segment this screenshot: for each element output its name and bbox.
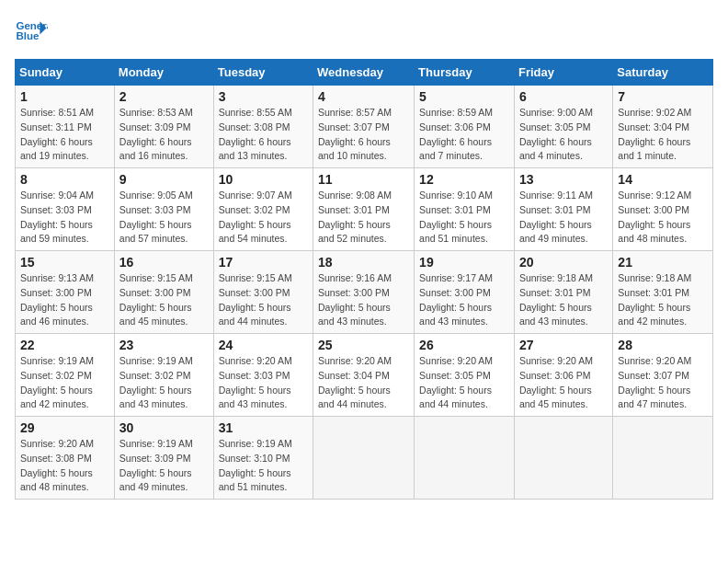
day-cell: 5 Sunrise: 8:59 AM Sunset: 3:06 PM Dayli… xyxy=(415,86,515,168)
day-detail: Sunrise: 9:17 AM Sunset: 3:00 PM Dayligh… xyxy=(419,271,509,329)
day-cell: 31 Sunrise: 9:19 AM Sunset: 3:10 PM Dayl… xyxy=(213,417,313,500)
day-number: 20 xyxy=(519,255,608,270)
day-number: 14 xyxy=(618,172,708,187)
day-cell: 4 Sunrise: 8:57 AM Sunset: 3:07 PM Dayli… xyxy=(313,86,415,168)
day-number: 2 xyxy=(119,89,209,104)
day-detail: Sunrise: 9:16 AM Sunset: 3:00 PM Dayligh… xyxy=(318,271,409,329)
day-number: 27 xyxy=(519,338,608,352)
day-cell xyxy=(613,417,713,500)
col-header-friday: Friday xyxy=(514,60,612,86)
day-number: 18 xyxy=(318,255,409,270)
day-cell: 21 Sunrise: 9:18 AM Sunset: 3:01 PM Dayl… xyxy=(613,251,713,334)
day-number: 1 xyxy=(20,89,109,104)
col-header-sunday: Sunday xyxy=(16,60,115,86)
day-number: 30 xyxy=(119,420,209,435)
day-cell: 18 Sunrise: 9:16 AM Sunset: 3:00 PM Dayl… xyxy=(313,251,415,334)
day-detail: Sunrise: 9:20 AM Sunset: 3:06 PM Dayligh… xyxy=(519,354,608,412)
day-cell: 15 Sunrise: 9:13 AM Sunset: 3:00 PM Dayl… xyxy=(16,251,115,334)
day-number: 31 xyxy=(219,420,308,435)
day-cell xyxy=(415,417,515,500)
day-cell: 26 Sunrise: 9:20 AM Sunset: 3:05 PM Dayl… xyxy=(415,334,515,417)
day-detail: Sunrise: 9:00 AM Sunset: 3:05 PM Dayligh… xyxy=(519,106,608,164)
day-detail: Sunrise: 8:51 AM Sunset: 3:11 PM Dayligh… xyxy=(20,106,109,164)
day-detail: Sunrise: 9:02 AM Sunset: 3:04 PM Dayligh… xyxy=(618,106,708,164)
day-number: 12 xyxy=(419,172,509,187)
day-cell: 13 Sunrise: 9:11 AM Sunset: 3:01 PM Dayl… xyxy=(514,168,612,251)
day-number: 21 xyxy=(618,255,708,270)
day-detail: Sunrise: 9:20 AM Sunset: 3:08 PM Dayligh… xyxy=(20,437,109,495)
day-cell: 8 Sunrise: 9:04 AM Sunset: 3:03 PM Dayli… xyxy=(16,168,115,251)
day-number: 13 xyxy=(519,172,608,187)
day-number: 16 xyxy=(119,255,209,270)
day-detail: Sunrise: 9:19 AM Sunset: 3:02 PM Dayligh… xyxy=(20,354,109,412)
day-cell: 7 Sunrise: 9:02 AM Sunset: 3:04 PM Dayli… xyxy=(613,86,713,168)
day-cell: 14 Sunrise: 9:12 AM Sunset: 3:00 PM Dayl… xyxy=(613,168,713,251)
week-row-3: 15 Sunrise: 9:13 AM Sunset: 3:00 PM Dayl… xyxy=(16,251,713,334)
day-cell: 9 Sunrise: 9:05 AM Sunset: 3:03 PM Dayli… xyxy=(114,168,213,251)
day-number: 23 xyxy=(119,338,209,352)
day-number: 5 xyxy=(419,89,509,104)
day-detail: Sunrise: 9:20 AM Sunset: 3:07 PM Dayligh… xyxy=(618,354,708,412)
day-number: 17 xyxy=(219,255,308,270)
day-cell: 17 Sunrise: 9:15 AM Sunset: 3:00 PM Dayl… xyxy=(213,251,313,334)
day-detail: Sunrise: 9:13 AM Sunset: 3:00 PM Dayligh… xyxy=(20,271,109,329)
day-cell: 10 Sunrise: 9:07 AM Sunset: 3:02 PM Dayl… xyxy=(213,168,313,251)
week-row-5: 29 Sunrise: 9:20 AM Sunset: 3:08 PM Dayl… xyxy=(16,417,713,500)
day-number: 24 xyxy=(219,338,308,352)
day-detail: Sunrise: 9:10 AM Sunset: 3:01 PM Dayligh… xyxy=(419,189,509,247)
day-cell: 22 Sunrise: 9:19 AM Sunset: 3:02 PM Dayl… xyxy=(16,334,115,417)
day-cell: 1 Sunrise: 8:51 AM Sunset: 3:11 PM Dayli… xyxy=(16,86,115,168)
calendar-table: SundayMondayTuesdayWednesdayThursdayFrid… xyxy=(15,59,713,500)
day-detail: Sunrise: 9:05 AM Sunset: 3:03 PM Dayligh… xyxy=(119,189,209,247)
day-cell: 20 Sunrise: 9:18 AM Sunset: 3:01 PM Dayl… xyxy=(514,251,612,334)
week-row-1: 1 Sunrise: 8:51 AM Sunset: 3:11 PM Dayli… xyxy=(16,86,713,168)
day-detail: Sunrise: 9:19 AM Sunset: 3:02 PM Dayligh… xyxy=(119,354,209,412)
col-header-wednesday: Wednesday xyxy=(313,60,415,86)
day-number: 29 xyxy=(20,420,109,435)
day-cell: 30 Sunrise: 9:19 AM Sunset: 3:09 PM Dayl… xyxy=(114,417,213,500)
day-cell: 29 Sunrise: 9:20 AM Sunset: 3:08 PM Dayl… xyxy=(16,417,115,500)
day-cell: 16 Sunrise: 9:15 AM Sunset: 3:00 PM Dayl… xyxy=(114,251,213,334)
day-detail: Sunrise: 9:08 AM Sunset: 3:01 PM Dayligh… xyxy=(318,189,409,247)
day-number: 6 xyxy=(519,89,608,104)
day-cell xyxy=(313,417,415,500)
day-number: 22 xyxy=(20,338,109,352)
day-detail: Sunrise: 9:20 AM Sunset: 3:04 PM Dayligh… xyxy=(318,354,409,412)
day-cell: 23 Sunrise: 9:19 AM Sunset: 3:02 PM Dayl… xyxy=(114,334,213,417)
day-detail: Sunrise: 9:15 AM Sunset: 3:00 PM Dayligh… xyxy=(219,271,308,329)
header-row: SundayMondayTuesdayWednesdayThursdayFrid… xyxy=(16,60,713,86)
day-cell: 27 Sunrise: 9:20 AM Sunset: 3:06 PM Dayl… xyxy=(514,334,612,417)
day-cell: 25 Sunrise: 9:20 AM Sunset: 3:04 PM Dayl… xyxy=(313,334,415,417)
col-header-monday: Monday xyxy=(114,60,213,86)
header: General Blue xyxy=(15,15,713,48)
day-number: 25 xyxy=(318,338,409,352)
col-header-saturday: Saturday xyxy=(613,60,713,86)
day-cell: 12 Sunrise: 9:10 AM Sunset: 3:01 PM Dayl… xyxy=(415,168,515,251)
day-number: 15 xyxy=(20,255,109,270)
day-detail: Sunrise: 9:19 AM Sunset: 3:09 PM Dayligh… xyxy=(119,437,209,495)
day-cell xyxy=(514,417,612,500)
day-detail: Sunrise: 8:59 AM Sunset: 3:06 PM Dayligh… xyxy=(419,106,509,164)
day-cell: 28 Sunrise: 9:20 AM Sunset: 3:07 PM Dayl… xyxy=(613,334,713,417)
col-header-tuesday: Tuesday xyxy=(213,60,313,86)
day-detail: Sunrise: 9:07 AM Sunset: 3:02 PM Dayligh… xyxy=(219,189,308,247)
week-row-2: 8 Sunrise: 9:04 AM Sunset: 3:03 PM Dayli… xyxy=(16,168,713,251)
day-number: 19 xyxy=(419,255,509,270)
col-header-thursday: Thursday xyxy=(415,60,515,86)
day-cell: 3 Sunrise: 8:55 AM Sunset: 3:08 PM Dayli… xyxy=(213,86,313,168)
week-row-4: 22 Sunrise: 9:19 AM Sunset: 3:02 PM Dayl… xyxy=(16,334,713,417)
day-detail: Sunrise: 9:20 AM Sunset: 3:03 PM Dayligh… xyxy=(219,354,308,412)
day-number: 26 xyxy=(419,338,509,352)
day-number: 3 xyxy=(219,89,308,104)
day-detail: Sunrise: 9:19 AM Sunset: 3:10 PM Dayligh… xyxy=(219,437,308,495)
day-detail: Sunrise: 9:18 AM Sunset: 3:01 PM Dayligh… xyxy=(519,271,608,329)
day-detail: Sunrise: 9:12 AM Sunset: 3:00 PM Dayligh… xyxy=(618,189,708,247)
day-detail: Sunrise: 8:55 AM Sunset: 3:08 PM Dayligh… xyxy=(219,106,308,164)
day-cell: 19 Sunrise: 9:17 AM Sunset: 3:00 PM Dayl… xyxy=(415,251,515,334)
day-number: 10 xyxy=(219,172,308,187)
day-number: 8 xyxy=(20,172,109,187)
day-number: 11 xyxy=(318,172,409,187)
day-detail: Sunrise: 9:20 AM Sunset: 3:05 PM Dayligh… xyxy=(419,354,509,412)
day-detail: Sunrise: 9:11 AM Sunset: 3:01 PM Dayligh… xyxy=(519,189,608,247)
day-cell: 2 Sunrise: 8:53 AM Sunset: 3:09 PM Dayli… xyxy=(114,86,213,168)
